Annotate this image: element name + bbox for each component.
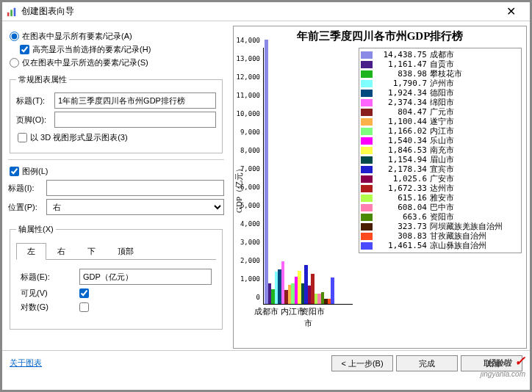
- close-button[interactable]: ✕: [496, 2, 525, 21]
- legend-title-label: 标题(I):: [8, 183, 46, 194]
- axis-log-checkbox[interactable]: [79, 302, 89, 312]
- chart-xlabel: 市: [263, 318, 353, 329]
- legend-position-label: 位置(P):: [8, 202, 46, 213]
- app-icon: [7, 7, 17, 17]
- axis-visible-label: 可见(V): [21, 288, 79, 299]
- legend-row: 838.98攀枝花市: [361, 69, 520, 79]
- checkbox-legend[interactable]: 图例(L): [10, 166, 224, 177]
- legend-row: 308.83甘孜藏族自治州: [361, 231, 520, 241]
- legend-row: 1,790.7泸州市: [361, 79, 520, 88]
- legend-row: 323.73阿坝藏族羌族自治州: [361, 222, 520, 231]
- window-title: 创建图表向导: [21, 5, 496, 18]
- legend-row: 1,461.54凉山彝族自治州: [361, 241, 520, 250]
- legend-row: 1,161.47自贡市: [361, 59, 520, 69]
- svg-rect-1: [10, 10, 12, 16]
- legend-row: 663.6资阳市: [361, 212, 520, 222]
- legend-row: 804.47广元市: [361, 107, 520, 117]
- legend-row: 2,178.34宜宾市: [361, 164, 520, 174]
- chart-bar: [265, 40, 268, 305]
- chart-footer-input[interactable]: [54, 112, 216, 128]
- back-button[interactable]: < 上一步(B): [331, 355, 393, 371]
- axis-props-group: 轴属性(X) 左 右 下 顶部 标题(E): 可见(V) 对数(G): [10, 224, 223, 330]
- finish-button[interactable]: 完成: [396, 355, 458, 371]
- checkbox-3d[interactable]: 以 3D 视图形式显示图表(3): [18, 132, 216, 143]
- legend-row: 1,672.33达州市: [361, 184, 520, 193]
- tab-axis-left[interactable]: 左: [16, 243, 46, 260]
- legend-title-input[interactable]: [46, 180, 224, 196]
- chart-preview: 年前三季度四川各市州GDP排行榜 GDP（亿元） 01,0002,0003,00…: [233, 26, 527, 349]
- legend-row: 1,166.02内江市: [361, 126, 520, 136]
- legend-row: 615.16雅安市: [361, 193, 520, 203]
- legend-row: 14,438.75成都市: [361, 50, 520, 59]
- legend-row: 1,100.44遂宁市: [361, 117, 520, 126]
- radio-show-selected[interactable]: 仅在图表中显示所选的要素/记录(S): [10, 57, 224, 68]
- radio-show-all[interactable]: 在图表中显示所有要素/记录(A): [10, 31, 224, 42]
- legend-row: 1,540.34乐山市: [361, 136, 520, 145]
- axis-title-label: 标题(E):: [21, 272, 79, 283]
- about-chart-link[interactable]: 关于图表: [10, 357, 42, 369]
- title-label: 标题(T):: [16, 95, 54, 106]
- tab-axis-bottom[interactable]: 下: [76, 243, 107, 260]
- chart-legend: 14,438.75成都市1,161.47自贡市838.98攀枝花市1,790.7…: [359, 48, 522, 253]
- axis-title-input[interactable]: [79, 269, 212, 285]
- footer-label: 页脚(O):: [16, 115, 54, 126]
- tab-axis-top[interactable]: 顶部: [107, 243, 145, 260]
- general-props-group: 常规图表属性 标题(T): 页脚(O): 以 3D 视图形式显示图表(3): [10, 74, 223, 153]
- legend-row: 1,846.53南充市: [361, 145, 520, 155]
- legend-position-select[interactable]: 右: [46, 199, 224, 215]
- axis-log-label: 对数(G): [21, 302, 79, 313]
- axis-visible-checkbox[interactable]: [79, 288, 89, 298]
- legend-row: 1,025.6广安市: [361, 174, 520, 184]
- legend-row: 2,374.34绵阳市: [361, 98, 520, 107]
- watermark-url: jingyanla.com: [481, 370, 525, 378]
- chart-bar: [331, 277, 334, 305]
- legend-row: 1,154.94眉山市: [361, 155, 520, 164]
- legend-row: 1,924.34德阳市: [361, 88, 520, 98]
- chart-preview-title: 年前三季度四川各市州GDP排行榜: [234, 26, 526, 45]
- tab-axis-right[interactable]: 右: [46, 243, 76, 260]
- svg-rect-2: [14, 7, 16, 15]
- svg-rect-0: [7, 12, 10, 15]
- watermark-text: 经验啦 ✓: [487, 353, 525, 369]
- legend-row: 608.04巴中市: [361, 203, 520, 212]
- checkbox-highlight[interactable]: 高亮显示当前选择的要素/记录(H): [20, 44, 224, 55]
- chart-title-input[interactable]: [54, 92, 216, 109]
